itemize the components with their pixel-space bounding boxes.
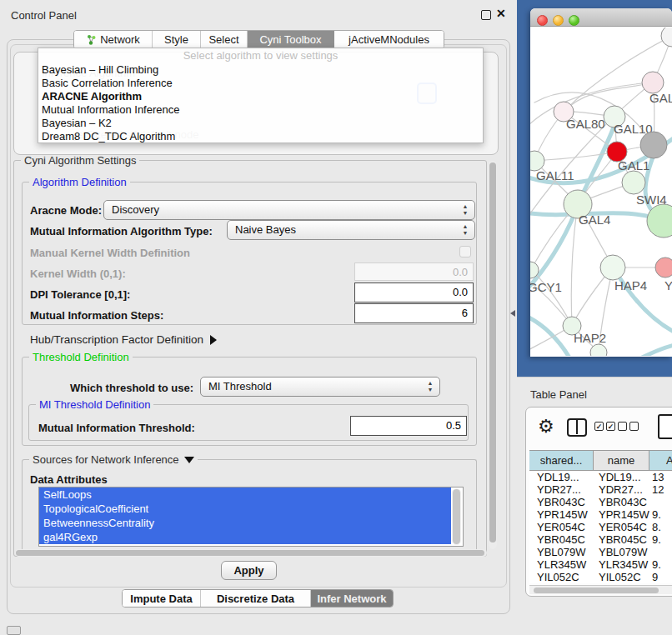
table-cell: 9 xyxy=(649,571,672,583)
network-view-window[interactable]: GALGAL80GAL10GAL1GAL11SWI4GAL4GCY1HAP4YH… xyxy=(530,8,672,357)
network-node[interactable] xyxy=(622,171,645,194)
column-header-shared-name[interactable]: shared... xyxy=(529,451,594,470)
table-row[interactable]: YIL052CYIL052C9 xyxy=(529,571,672,583)
kernel-width-field[interactable]: 0.0 xyxy=(354,262,474,281)
table-cell: 12 xyxy=(649,483,672,496)
close-window-icon[interactable] xyxy=(537,15,548,26)
data-attribute-item-selected[interactable]: BetweennessCentrality xyxy=(39,516,451,530)
checkbox-unchecked-icon[interactable] xyxy=(629,422,639,431)
tab-impute-data[interactable]: Impute Data xyxy=(123,590,201,607)
table-row[interactable]: YLR345WYLR345W9. xyxy=(529,558,672,571)
network-edge[interactable] xyxy=(530,82,653,219)
mi-type-combobox[interactable]: Naive Bayes ▲▼ xyxy=(227,220,475,240)
checkbox-checked-icon[interactable]: ✓ xyxy=(594,422,604,431)
table-hscroll-thumb[interactable] xyxy=(534,588,659,593)
tab-cyni-toolbox[interactable]: Cyni Toolbox xyxy=(248,31,334,48)
hub-definition-expander[interactable]: Hub/Transcription Factor Definition xyxy=(30,333,217,346)
close-panel-icon[interactable]: ✕ xyxy=(496,7,506,20)
minimize-window-icon[interactable] xyxy=(553,15,564,26)
table-row[interactable]: YBR043CYBR043C xyxy=(529,496,672,508)
apply-button[interactable]: Apply xyxy=(221,561,277,580)
network-edge[interactable] xyxy=(639,344,672,356)
table-cell: YBR043C xyxy=(529,496,594,508)
table-horizontal-scrollbar[interactable] xyxy=(529,585,672,594)
which-threshold-combobox[interactable]: MI Threshold ▲▼ xyxy=(200,377,440,397)
column-header-third[interactable]: A xyxy=(649,451,672,470)
table-row[interactable]: YDL19...YDL19...13 xyxy=(529,471,672,483)
network-canvas-svg: GALGAL80GAL10GAL1GAL11SWI4GAL4GCY1HAP4YH… xyxy=(530,28,672,356)
table-row[interactable]: YPR145WYPR145W9. xyxy=(529,508,672,521)
column-header-name[interactable]: name xyxy=(594,451,649,470)
algorithm-option[interactable]: Bayesian – K2 xyxy=(38,117,483,130)
tab-style[interactable]: Style xyxy=(153,31,201,48)
tab-network-label: Network xyxy=(100,33,140,46)
table-row[interactable]: YDR27...YDR27...12 xyxy=(529,483,672,496)
network-node-label: HAP2 xyxy=(574,331,606,345)
settings-vscroll-thumb[interactable] xyxy=(489,162,496,542)
attributes-scrollbar-thumb[interactable] xyxy=(453,489,460,544)
data-attribute-item-selected[interactable]: SelfLoops xyxy=(39,488,451,502)
algorithm-dropdown-popup: Select algorithm to view settings Bayesi… xyxy=(38,48,484,143)
data-attributes-list[interactable]: SelfLoopsTopologicalCoefficientBetweenne… xyxy=(38,487,464,547)
which-threshold-label: Which threshold to use: xyxy=(70,382,193,394)
tab-infer-network[interactable]: Infer Network xyxy=(311,590,393,607)
tab-impute-data-label: Impute Data xyxy=(130,592,192,605)
manual-kernel-checkbox[interactable] xyxy=(459,246,471,258)
tab-discretize-data[interactable]: Discretize Data xyxy=(201,590,311,607)
algorithm-option[interactable]: Basic Correlation Inference xyxy=(38,77,483,90)
minimized-panel-button[interactable] xyxy=(7,626,21,635)
column-chooser-icon[interactable] xyxy=(567,418,587,437)
tab-network[interactable]: Network xyxy=(74,31,153,48)
network-node-label: GAL1 xyxy=(618,158,649,172)
manual-kernel-label: Manual Kernel Width Definition xyxy=(30,247,190,259)
algorithm-option[interactable]: Mutual Information Inference xyxy=(38,103,483,117)
aracne-mode-combobox[interactable]: Discovery ▲▼ xyxy=(103,200,475,220)
table-row[interactable]: YER054CYER054C8. xyxy=(529,521,672,533)
splitter-collapse-icon[interactable] xyxy=(510,310,515,317)
node-table-window: ⚙ ✓ ✓ shared... name A YDL19...YDL19...1… xyxy=(525,407,672,597)
settings-horizontal-scrollbar[interactable] xyxy=(15,549,487,557)
network-node-label: GAL xyxy=(649,91,672,105)
data-attribute-item-selected[interactable]: TopologicalCoefficient xyxy=(39,502,451,516)
network-node[interactable] xyxy=(661,28,672,47)
network-window-titlebar[interactable] xyxy=(530,8,672,27)
checkbox-checked-icon[interactable]: ✓ xyxy=(606,422,615,431)
settings-hscroll-thumb[interactable] xyxy=(16,550,484,556)
network-node-label: GCY1 xyxy=(530,280,562,294)
tab-select[interactable]: Select xyxy=(201,31,248,48)
table-cell: YLR345W xyxy=(529,558,594,571)
hub-definition-label: Hub/Transcription Factor Definition xyxy=(30,333,203,346)
mi-type-value: Naive Bayes xyxy=(235,223,296,236)
tab-cyni-toolbox-label: Cyni Toolbox xyxy=(259,33,321,46)
table-cell: YER054C xyxy=(594,521,649,533)
export-table-icon[interactable] xyxy=(658,414,672,439)
mi-steps-field[interactable]: 6 xyxy=(354,303,474,323)
network-node-label: GAL4 xyxy=(579,212,610,227)
tab-jactivemnodules-label: jActiveMNodules xyxy=(349,33,429,46)
mi-threshold-field[interactable]: 0.5 xyxy=(350,416,467,436)
table-row[interactable]: YBL079WYBL079W xyxy=(529,546,672,558)
table-cell: YBR045C xyxy=(529,533,594,546)
tab-select-label: Select xyxy=(208,33,238,46)
data-attribute-item-selected[interactable]: gal4RGexp xyxy=(39,530,451,544)
tab-jactivemnodules[interactable]: jActiveMNodules xyxy=(334,31,444,48)
algorithm-option[interactable]: Dream8 DC_TDC Algorithm xyxy=(38,130,483,143)
algorithm-option[interactable]: ARACNE Algorithm xyxy=(38,90,483,103)
network-node[interactable] xyxy=(640,132,667,158)
table-cell: YBR045C xyxy=(594,533,649,546)
aracne-mode-value: Discovery xyxy=(112,203,159,216)
algorithm-option[interactable]: Bayesian – Hill Climbing xyxy=(38,63,483,77)
table-row[interactable]: YBR045CYBR045C9. xyxy=(529,533,672,546)
dpi-tolerance-field[interactable]: 0.0 xyxy=(354,282,474,302)
gear-icon[interactable]: ⚙ xyxy=(538,416,554,438)
sources-group-title: Sources for Network Inference xyxy=(29,453,198,466)
checkbox-unchecked-icon[interactable] xyxy=(618,422,627,431)
zoom-window-icon[interactable] xyxy=(569,15,579,26)
attributes-vertical-scrollbar[interactable] xyxy=(452,488,461,545)
float-panel-icon[interactable] xyxy=(481,10,491,20)
panel-title: Control Panel xyxy=(11,9,77,22)
network-node[interactable] xyxy=(600,255,625,280)
network-canvas[interactable]: GALGAL80GAL10GAL1GAL11SWI4GAL4GCY1HAP4YH… xyxy=(530,28,672,356)
network-node[interactable] xyxy=(655,258,672,278)
bottom-tabbar: Impute Data Discretize Data Infer Networ… xyxy=(122,589,394,608)
